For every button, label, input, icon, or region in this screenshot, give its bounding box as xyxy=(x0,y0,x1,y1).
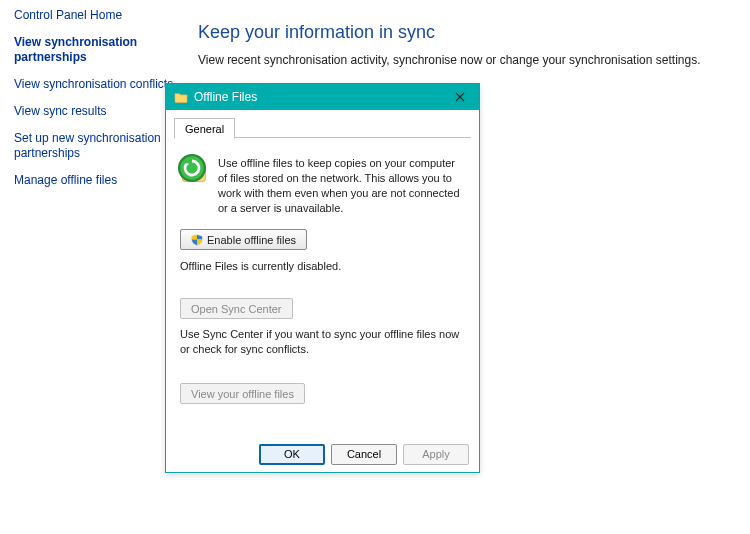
view-offline-files-label: View your offline files xyxy=(191,388,294,400)
dialog-description: Use offline files to keep copies on your… xyxy=(218,156,465,215)
dialog-footer: OK Cancel Apply xyxy=(166,436,479,472)
dialog-body: Use offline files to keep copies on your… xyxy=(166,138,479,436)
sidebar-item-view-results[interactable]: View sync results xyxy=(14,104,174,119)
offline-files-status: Offline Files is currently disabled. xyxy=(180,260,465,272)
sidebar-item-view-conflicts[interactable]: View synchronisation conflicts xyxy=(14,77,174,92)
open-sync-center-button: Open Sync Center xyxy=(180,298,293,319)
close-icon[interactable] xyxy=(445,86,475,108)
enable-button-label: Enable offline files xyxy=(207,234,296,246)
main-content: Keep your information in sync View recen… xyxy=(198,22,718,67)
apply-button: Apply xyxy=(403,444,469,465)
sync-center-description: Use Sync Center if you want to sync your… xyxy=(180,327,465,357)
sidebar-item-manage-offline-files[interactable]: Manage offline files xyxy=(14,173,174,188)
svg-point-0 xyxy=(179,155,205,181)
sidebar-item-control-panel-home[interactable]: Control Panel Home xyxy=(14,8,174,23)
sidebar-item-view-partnerships[interactable]: View synchronisation partnerships xyxy=(14,35,174,65)
uac-shield-icon xyxy=(191,234,203,246)
sidebar-item-setup-partnerships[interactable]: Set up new synchronisation partnerships xyxy=(14,131,174,161)
dialog-title: Offline Files xyxy=(194,90,445,104)
page-title: Keep your information in sync xyxy=(198,22,718,43)
sync-center-sidebar: Control Panel Home View synchronisation … xyxy=(14,8,174,200)
tab-general[interactable]: General xyxy=(174,118,235,139)
page-subtitle: View recent synchronisation activity, sy… xyxy=(198,53,718,67)
folder-icon xyxy=(174,90,188,104)
open-sync-center-label: Open Sync Center xyxy=(191,303,282,315)
offline-files-icon xyxy=(180,156,208,186)
cancel-button[interactable]: Cancel xyxy=(331,444,397,465)
dialog-titlebar[interactable]: Offline Files xyxy=(166,84,479,110)
offline-files-dialog: Offline Files General Use offline files … xyxy=(165,83,480,473)
dialog-tabstrip: General xyxy=(174,116,471,138)
view-offline-files-button: View your offline files xyxy=(180,383,305,404)
ok-button[interactable]: OK xyxy=(259,444,325,465)
enable-offline-files-button[interactable]: Enable offline files xyxy=(180,229,307,250)
